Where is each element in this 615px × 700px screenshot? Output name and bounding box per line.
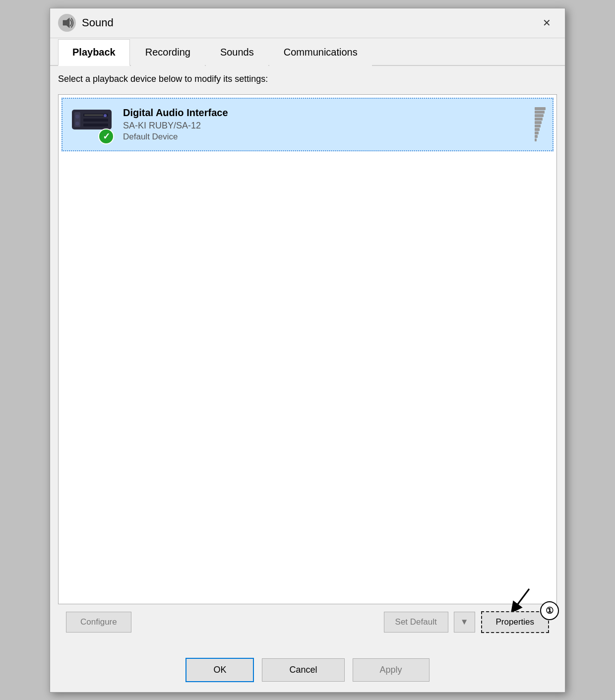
vol-bar-3 xyxy=(535,114,544,117)
properties-wrapper: ① Properties xyxy=(481,611,549,633)
vol-bar-5 xyxy=(535,121,542,124)
vol-bar-7 xyxy=(535,128,540,131)
device-name: Digital Audio Interface xyxy=(123,107,530,119)
svg-point-5 xyxy=(75,122,79,126)
device-model: SA-KI RUBY/SA-12 xyxy=(123,121,530,131)
title-bar: Sound ✕ xyxy=(50,8,565,38)
set-default-dropdown[interactable]: ▼ xyxy=(454,612,475,633)
content-wrapper: Select a playback device below to modify… xyxy=(50,66,565,648)
tab-recording[interactable]: Recording xyxy=(131,39,205,66)
default-check-badge xyxy=(98,128,114,144)
vol-bar-4 xyxy=(535,118,543,121)
device-info: Digital Audio Interface SA-KI RUBY/SA-12… xyxy=(123,107,530,142)
close-button[interactable]: ✕ xyxy=(536,12,557,33)
device-status: Default Device xyxy=(123,132,530,142)
dialog-title: Sound xyxy=(82,16,536,29)
vol-bar-6 xyxy=(535,125,541,127)
svg-rect-10 xyxy=(84,114,103,116)
svg-point-4 xyxy=(75,115,79,119)
set-default-button[interactable]: Set Default xyxy=(384,612,448,633)
volume-indicator xyxy=(535,107,546,142)
vol-bar-1 xyxy=(535,107,546,110)
dialog-icon xyxy=(58,14,76,32)
sound-dialog: Sound ✕ Playback Recording Sounds Commun… xyxy=(50,8,565,693)
annotation-badge-1: ① xyxy=(540,601,559,620)
tab-sounds[interactable]: Sounds xyxy=(206,39,268,66)
svg-rect-7 xyxy=(83,119,108,122)
device-list: Digital Audio Interface SA-KI RUBY/SA-12… xyxy=(58,94,557,604)
device-item-digital-audio[interactable]: Digital Audio Interface SA-KI RUBY/SA-12… xyxy=(62,98,554,151)
configure-button[interactable]: Configure xyxy=(66,612,131,633)
vol-bar-10 xyxy=(535,138,537,141)
apply-button[interactable]: Apply xyxy=(353,658,430,682)
instruction-text: Select a playback device below to modify… xyxy=(58,74,557,84)
svg-line-11 xyxy=(514,589,529,609)
device-icon-wrapper xyxy=(69,105,114,144)
vol-bar-9 xyxy=(535,135,538,138)
tab-communications[interactable]: Communications xyxy=(269,39,372,66)
tab-playback[interactable]: Playback xyxy=(58,39,130,66)
dialog-footer: OK Cancel Apply xyxy=(50,648,565,692)
svg-rect-8 xyxy=(83,124,108,127)
annotation-arrow xyxy=(504,586,534,611)
vol-bar-8 xyxy=(535,131,539,134)
svg-point-9 xyxy=(104,114,107,117)
tab-bar: Playback Recording Sounds Communications xyxy=(50,38,565,66)
ok-button[interactable]: OK xyxy=(185,658,254,682)
cancel-button[interactable]: Cancel xyxy=(262,658,344,682)
properties-button[interactable]: Properties xyxy=(481,611,549,633)
vol-bar-2 xyxy=(535,111,545,114)
device-action-buttons: Configure Set Default ▼ ① Properties xyxy=(58,604,557,640)
